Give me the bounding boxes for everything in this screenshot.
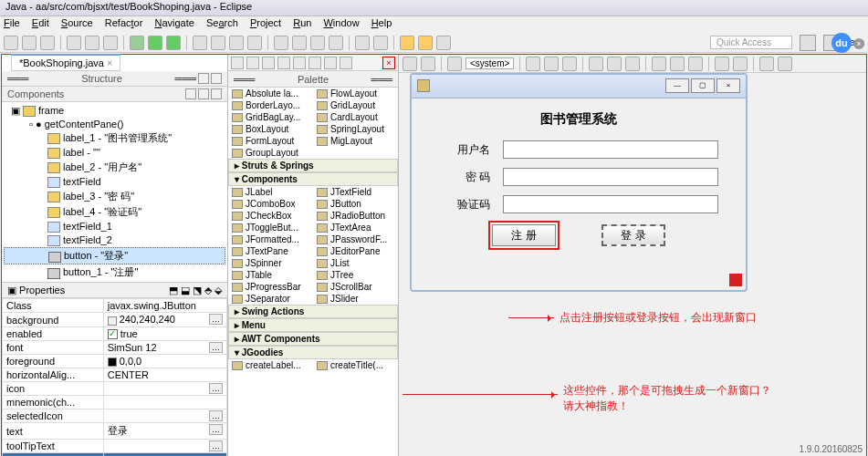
palette-item[interactable]: MigLayout (313, 135, 398, 147)
palette-item[interactable]: FormLayout (228, 135, 313, 147)
palette-item[interactable]: JToggleBut... (228, 222, 313, 233)
palette-item[interactable]: JTree (313, 269, 398, 281)
palette-item[interactable]: JButton (313, 198, 398, 210)
palette-item[interactable]: createTitle(... (313, 359, 398, 371)
tb-icon[interactable] (292, 36, 307, 50)
back-icon[interactable] (400, 36, 414, 50)
design-canvas[interactable]: <system> — ▢ (399, 55, 866, 456)
menu-window[interactable]: Window (323, 17, 359, 28)
password-input[interactable] (503, 168, 718, 186)
tb-icon[interactable] (231, 57, 244, 69)
palette-item[interactable]: JTextArea (313, 222, 398, 233)
tb-icon[interactable] (247, 36, 262, 50)
expand-icon[interactable] (198, 73, 209, 84)
tb-icon[interactable] (262, 57, 275, 69)
palette-item[interactable]: JTable (228, 269, 313, 281)
register-button[interactable]: 注 册 (492, 224, 556, 246)
palette-item[interactable]: JSeparator (228, 293, 313, 305)
menu-search[interactable]: Search (206, 17, 238, 28)
tb-icon[interactable] (324, 57, 337, 69)
tb-icon[interactable] (246, 57, 259, 69)
minimize-icon[interactable]: — (665, 78, 689, 93)
palette-item[interactable]: BoxLayout (228, 123, 313, 135)
tb-icon[interactable] (193, 36, 207, 50)
login-button[interactable]: 登 录 (601, 224, 665, 246)
palette-item[interactable]: JPasswordF... (313, 233, 398, 245)
tb-icon[interactable] (309, 57, 321, 69)
palette-item[interactable]: GridLayout (313, 99, 398, 111)
quick-access-input[interactable]: Quick Access (710, 36, 792, 49)
collapse-icon[interactable] (211, 73, 222, 84)
palette-item[interactable]: JSpinner (228, 257, 313, 269)
tb-icon[interactable] (67, 36, 81, 50)
baidu-icon[interactable]: du (831, 33, 852, 53)
align-icon[interactable] (688, 57, 703, 71)
align-icon[interactable] (589, 57, 603, 71)
menu-source[interactable]: Source (61, 17, 93, 28)
palette-item[interactable]: JLabel (228, 186, 313, 198)
palette-section-components[interactable]: ▾ Components (228, 172, 398, 186)
palette-item[interactable]: JSlider (313, 293, 398, 305)
palette-item[interactable]: createLabel... (228, 359, 313, 371)
cv-icon[interactable] (447, 57, 462, 71)
run-icon[interactable] (148, 36, 162, 50)
palette-item[interactable]: JList (313, 257, 398, 269)
align-icon[interactable] (625, 57, 640, 71)
palette-section-struts[interactable]: ▸ Struts & Springs (228, 159, 398, 172)
properties-table[interactable]: Classjavax.swing.JButtonbackground 240,2… (2, 298, 227, 456)
new-icon[interactable] (4, 36, 18, 50)
menu-project[interactable]: Project (250, 17, 281, 28)
palette-item[interactable]: JProgressBar (228, 281, 313, 293)
cv-icon[interactable] (544, 57, 559, 71)
cv-icon[interactable] (778, 57, 792, 71)
tb-icon[interactable] (310, 36, 325, 50)
save-icon[interactable] (22, 36, 37, 50)
menu-run[interactable]: Run (293, 17, 311, 28)
system-combo[interactable]: <system> (465, 57, 514, 69)
menu-navigate[interactable]: Navigate (154, 17, 193, 28)
palette-section-jgoodies[interactable]: ▾ JGoodies (228, 346, 398, 359)
cv-icon[interactable] (715, 57, 729, 71)
resize-handle-icon[interactable] (729, 274, 742, 286)
user-input[interactable] (503, 140, 718, 159)
palette-item[interactable]: GridBagLay... (228, 111, 313, 123)
palette-item[interactable] (313, 147, 398, 159)
tb-icon[interactable] (340, 57, 352, 69)
align-icon[interactable] (652, 57, 666, 71)
palette-item[interactable]: JCheckBox (228, 210, 313, 222)
preview-titlebar[interactable]: — ▢ × (412, 75, 746, 98)
component-tree[interactable]: ▣ frame ▫ ● getContentPane() label_1 - "… (2, 102, 227, 282)
palette-section-awt[interactable]: ▸ AWT Components (228, 332, 398, 346)
captcha-input[interactable] (503, 195, 718, 213)
tb-icon[interactable] (373, 36, 388, 50)
palette-item[interactable]: JTextField (313, 186, 398, 198)
close-icon[interactable]: × (382, 57, 395, 69)
fwd-icon[interactable] (418, 36, 433, 50)
form-preview[interactable]: — ▢ × 图书管理系统 用户名 密 码 验证码 (410, 73, 748, 292)
palette-item[interactable]: GroupLayout (228, 147, 313, 159)
palette-item[interactable]: FlowLayout (313, 88, 398, 99)
close-tab-icon[interactable]: × (107, 57, 112, 68)
saveall-icon[interactable] (40, 36, 55, 50)
tb-icon[interactable] (277, 57, 290, 69)
tb-icon[interactable] (103, 36, 118, 50)
align-icon[interactable] (670, 57, 685, 71)
hdr-icon[interactable] (185, 88, 196, 99)
tb-icon[interactable] (85, 36, 99, 50)
palette-item[interactable]: JRadioButton (313, 210, 398, 222)
debug-icon[interactable] (130, 36, 144, 50)
maximize-icon[interactable]: ▢ (691, 78, 715, 93)
tb-icon[interactable] (229, 36, 244, 50)
menu-edit[interactable]: Edit (32, 17, 49, 28)
baidu-close-icon[interactable]: × (853, 38, 864, 49)
palette-item[interactable]: BorderLayo... (228, 99, 313, 111)
palette-item[interactable]: JFormatted... (228, 233, 313, 245)
cv-icon[interactable] (526, 57, 540, 71)
palette-section-swing[interactable]: ▸ Swing Actions (228, 305, 398, 318)
palette-item[interactable]: JTextPane (228, 245, 313, 257)
palette-item[interactable]: JScrollBar (313, 281, 398, 293)
align-icon[interactable] (607, 57, 622, 71)
palette-components[interactable]: JLabelJTextFieldJComboBoxJButtonJCheckBo… (228, 186, 398, 305)
run-ext-icon[interactable] (166, 36, 181, 50)
palette-item[interactable]: CardLayout (313, 111, 398, 123)
